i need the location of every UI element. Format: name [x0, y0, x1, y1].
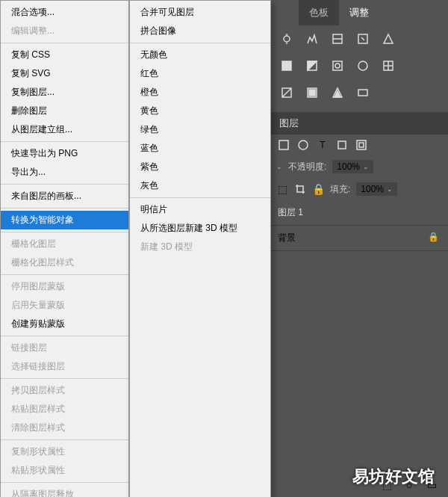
- mi-new-3d: 新建 3D 模型: [130, 238, 270, 256]
- svg-point-20: [299, 141, 308, 149]
- opacity-label: 不透明度:: [288, 161, 326, 173]
- layer-row-bg[interactable]: 背景 🔒: [269, 226, 448, 251]
- half-icon[interactable]: [306, 60, 318, 72]
- mi-blend-options[interactable]: 混合选项...: [1, 3, 128, 22]
- photo-icon[interactable]: [357, 60, 369, 72]
- svg-line-6: [361, 37, 364, 40]
- lock-icon[interactable]: ⬚: [276, 183, 288, 195]
- mi-link: 链接图层: [1, 339, 128, 357]
- mi-release-iso: 从隔离图层释放: [1, 485, 128, 497]
- lock-bg-icon: 🔒: [428, 232, 439, 244]
- svg-point-10: [335, 64, 340, 68]
- svg-rect-7: [282, 61, 291, 70]
- mi-disable-mask: 停用图层蒙版: [1, 277, 128, 296]
- mi-enable-vmask: 启用矢量蒙版: [1, 296, 128, 315]
- mi-copy-style: 拷贝图层样式: [1, 381, 128, 400]
- mi-del-layer[interactable]: 删除图层: [1, 102, 128, 120]
- gradient-icon[interactable]: [332, 60, 343, 72]
- panel-tabs: 色板 调整: [269, 0, 448, 25]
- crop-icon[interactable]: [294, 183, 306, 195]
- mi-raster-style: 栅格化图层样式: [1, 253, 128, 272]
- context-menu-1: 混合选项...编辑调整... 复制 CSS复制 SVG复制图层...删除图层从图…: [0, 0, 129, 497]
- mi-dup-layer[interactable]: 复制图层...: [1, 83, 128, 102]
- mi-raster: 栅格化图层: [1, 235, 128, 253]
- right-panel: 色板 调整 图层 T ⌄ 不透明度: 100%⌄: [269, 0, 448, 497]
- mi-yellow[interactable]: 黄色: [130, 102, 270, 120]
- mi-paste-shape: 粘贴形状属性: [1, 461, 128, 480]
- tab-swatches[interactable]: 色板: [299, 0, 339, 25]
- adjust-row-3: [269, 79, 448, 106]
- fill-input[interactable]: 100%⌄: [356, 182, 397, 196]
- svg-rect-19: [279, 141, 288, 149]
- mi-clip-mask[interactable]: 创建剪贴蒙版: [1, 315, 128, 333]
- mi-export-png[interactable]: 快速导出为 PNG: [1, 144, 128, 163]
- mi-flatten[interactable]: 拼合图像: [130, 22, 270, 40]
- mi-purple[interactable]: 紫色: [130, 158, 270, 176]
- vibrance-icon[interactable]: [382, 33, 394, 45]
- filter-text-icon[interactable]: T: [317, 139, 329, 151]
- adjust-row-1: [269, 25, 448, 52]
- mi-postcard[interactable]: 明信片: [130, 200, 270, 219]
- mi-copy-css[interactable]: 复制 CSS: [1, 46, 128, 64]
- tab-adjustments[interactable]: 调整: [339, 0, 379, 25]
- levels-icon[interactable]: [306, 33, 318, 45]
- mi-smart-object[interactable]: 转换为智能对象: [1, 211, 128, 229]
- blend-dropdown[interactable]: ⌄: [276, 163, 282, 170]
- filter-shape-icon[interactable]: [336, 139, 348, 151]
- invert-icon[interactable]: [281, 87, 293, 99]
- context-menu-2: 合并可见图层拼合图像 无颜色 红色 橙色 黄色 绿色 蓝色 紫色 灰色 明信片 …: [129, 0, 271, 497]
- solid-icon[interactable]: [281, 60, 293, 72]
- watermark-text: 易坊好文馆: [352, 466, 435, 488]
- mi-artboard[interactable]: 来自图层的画板...: [1, 187, 128, 206]
- mi-orange[interactable]: 橙色: [130, 83, 270, 102]
- mi-edit-adjust: 编辑调整...: [1, 22, 128, 40]
- brightness-icon[interactable]: [281, 33, 293, 45]
- mi-gray[interactable]: 灰色: [130, 176, 270, 195]
- filter-adjust-icon[interactable]: [297, 139, 309, 151]
- adjust-row-2: [269, 52, 448, 79]
- thresh-icon[interactable]: [332, 87, 343, 99]
- svg-rect-23: [359, 143, 364, 147]
- layer-row-1[interactable]: 图层 1: [269, 200, 448, 226]
- fill-row: ⬚ 🔒 填充: 100%⌄: [269, 178, 448, 200]
- fill-label: 填充:: [330, 183, 350, 196]
- svg-rect-9: [333, 61, 342, 70]
- svg-point-0: [284, 36, 290, 42]
- filter-smart-icon[interactable]: [355, 139, 367, 151]
- mi-sel-linked: 选择链接图层: [1, 357, 128, 376]
- exposure-icon[interactable]: [357, 33, 369, 45]
- mi-export-as[interactable]: 导出为...: [1, 163, 128, 182]
- opacity-input[interactable]: 100%⌄: [332, 160, 373, 173]
- lock2-icon[interactable]: 🔒: [312, 183, 324, 195]
- layers-panel-title[interactable]: 图层: [269, 112, 448, 135]
- mi-blue[interactable]: 蓝色: [130, 139, 270, 158]
- svg-rect-17: [309, 90, 315, 96]
- mi-clear-style: 清除图层样式: [1, 419, 128, 437]
- layer-bg-label: 背景: [278, 232, 296, 244]
- svg-rect-21: [338, 141, 346, 149]
- svg-rect-18: [358, 90, 367, 96]
- filter-image-icon[interactable]: [278, 139, 290, 151]
- curves-icon[interactable]: [332, 33, 343, 45]
- opacity-row: ⌄ 不透明度: 100%⌄: [269, 155, 448, 178]
- svg-point-11: [358, 61, 367, 70]
- mi-red[interactable]: 红色: [130, 64, 270, 83]
- mi-3d-from-layer[interactable]: 从所选图层新建 3D 模型: [130, 219, 270, 238]
- poster-icon[interactable]: [306, 87, 318, 99]
- svg-rect-22: [357, 141, 366, 149]
- mi-copy-svg[interactable]: 复制 SVG: [1, 64, 128, 83]
- mi-green[interactable]: 绿色: [130, 120, 270, 139]
- grid-icon[interactable]: [382, 60, 394, 72]
- mi-merge-visible[interactable]: 合并可见图层: [130, 3, 270, 22]
- map-icon[interactable]: [357, 87, 369, 99]
- mi-paste-style: 粘贴图层样式: [1, 400, 128, 419]
- mi-nocolor[interactable]: 无颜色: [130, 46, 270, 64]
- mi-group[interactable]: 从图层建立组...: [1, 120, 128, 139]
- mi-copy-shape: 复制形状属性: [1, 442, 128, 461]
- layer-filter-row: T: [269, 135, 448, 155]
- context-menus: 混合选项...编辑调整... 复制 CSS复制 SVG复制图层...删除图层从图…: [0, 0, 271, 497]
